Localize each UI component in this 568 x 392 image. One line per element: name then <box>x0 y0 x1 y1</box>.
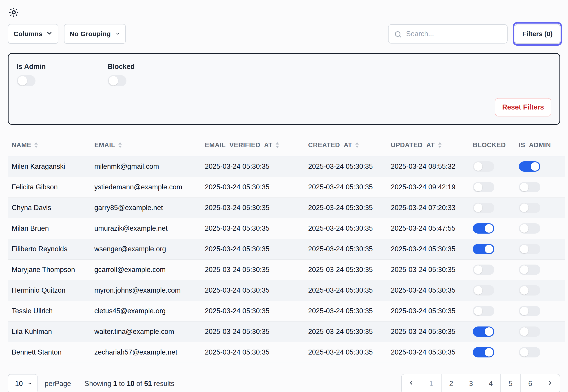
cell-email: walter.tina@example.com <box>90 321 201 342</box>
chevron-down-icon <box>28 380 32 388</box>
columns-dropdown-button[interactable]: Columns <box>8 24 58 44</box>
is-admin-toggle[interactable] <box>519 347 540 357</box>
cell-created_at: 2025-03-24 05:30:35 <box>304 259 387 280</box>
column-header-label: IS_ADMIN <box>519 141 551 149</box>
cell-email_verified_at: 2025-03-24 05:30:35 <box>201 342 304 363</box>
column-header-email[interactable]: EMAIL <box>90 134 201 156</box>
cell-blocked <box>469 321 515 342</box>
table-row: Filiberto Reynoldswsenger@example.org202… <box>8 239 565 259</box>
cell-is_admin <box>515 342 565 363</box>
cell-updated_at: 2025-03-24 05:47:55 <box>387 218 469 239</box>
blocked-toggle[interactable] <box>473 203 494 213</box>
grouping-selected-value: No Grouping <box>70 30 111 38</box>
chevron-right-icon <box>547 379 553 388</box>
is-admin-toggle[interactable] <box>519 265 540 275</box>
switch-knob <box>520 224 528 233</box>
cell-email: umurazik@example.net <box>90 218 201 239</box>
sort-icon <box>34 142 38 148</box>
is-admin-toggle[interactable] <box>519 161 540 172</box>
blocked-toggle[interactable] <box>473 265 494 275</box>
cell-created_at: 2025-03-24 05:30:35 <box>304 301 387 321</box>
blocked-toggle[interactable] <box>473 306 494 316</box>
column-header-email_verified_at[interactable]: EMAIL_VERIFIED_AT <box>201 134 304 156</box>
blocked-toggle[interactable] <box>473 326 494 337</box>
cell-email: milenmk@gmail.com <box>90 156 201 177</box>
is-admin-toggle[interactable] <box>519 306 540 316</box>
table-header-row: NAMEEMAILEMAIL_VERIFIED_ATCREATED_ATUPDA… <box>8 134 565 156</box>
cell-email: zechariah57@example.net <box>90 342 201 363</box>
switch-knob <box>520 286 528 295</box>
blocked-toggle[interactable] <box>473 347 494 357</box>
toolbar-right: Filters (0) <box>388 24 560 44</box>
column-header-label: UPDATED_AT <box>391 141 435 149</box>
page-button-4[interactable]: 4 <box>481 374 500 392</box>
cell-name: Maryjane Thompson <box>8 259 90 280</box>
column-header-is_admin: IS_ADMIN <box>515 134 565 156</box>
next-page-button[interactable] <box>540 374 560 392</box>
page-button-1[interactable]: 1 <box>421 374 441 392</box>
cell-is_admin <box>515 177 565 197</box>
admin-users-page: Columns No Grouping Filters (0) <box>0 0 568 392</box>
blocked-toggle[interactable] <box>473 161 494 172</box>
users-table: NAMEEMAILEMAIL_VERIFIED_ATCREATED_ATUPDA… <box>8 134 565 363</box>
cell-email: myron.johns@example.com <box>90 280 201 301</box>
reset-filters-button[interactable]: Reset Filters <box>495 98 551 116</box>
cell-created_at: 2025-03-24 05:30:35 <box>304 177 387 197</box>
pagination-bar: 10 perPage Showing 1 to 10 of 51 results <box>8 374 560 392</box>
is-admin-toggle[interactable] <box>519 244 540 254</box>
cell-email_verified_at: 2025-03-24 05:30:35 <box>201 280 304 301</box>
switch-knob <box>520 183 528 191</box>
per-page-select[interactable]: 10 <box>8 374 38 392</box>
page-button-2[interactable]: 2 <box>441 374 461 392</box>
cell-blocked <box>469 259 515 280</box>
chevron-left-icon <box>408 379 415 388</box>
cell-updated_at: 2025-03-24 05:30:35 <box>387 321 469 342</box>
cell-created_at: 2025-03-24 05:30:35 <box>304 218 387 239</box>
cell-is_admin <box>515 156 565 177</box>
switch-knob <box>520 307 528 315</box>
blocked-toggle[interactable] <box>473 223 494 234</box>
switch-knob <box>474 183 482 191</box>
cell-created_at: 2025-03-24 05:30:35 <box>304 156 387 177</box>
page-button-5[interactable]: 5 <box>500 374 520 392</box>
is-admin-filter-toggle[interactable] <box>17 75 35 86</box>
column-header-created_at[interactable]: CREATED_AT <box>304 134 387 156</box>
previous-page-button[interactable] <box>402 374 421 392</box>
top-bar <box>8 7 560 18</box>
is-admin-toggle[interactable] <box>519 203 540 213</box>
table-row: Tessie Ullrichcletus45@example.org2025-0… <box>8 301 565 321</box>
cell-name: Milen Karaganski <box>8 156 90 177</box>
column-header-label: EMAIL <box>94 141 115 149</box>
pager: 123456 <box>401 374 560 392</box>
column-header-name[interactable]: NAME <box>8 134 90 156</box>
table-row: Felicita Gibsonystiedemann@example.com20… <box>8 177 565 197</box>
is-admin-toggle[interactable] <box>519 326 540 337</box>
column-header-updated_at[interactable]: UPDATED_AT <box>387 134 469 156</box>
page-button-6[interactable]: 6 <box>520 374 540 392</box>
column-header-label: EMAIL_VERIFIED_AT <box>205 141 272 149</box>
theme-toggle-button[interactable] <box>8 7 20 18</box>
blocked-toggle[interactable] <box>473 182 494 192</box>
search-input[interactable] <box>406 30 500 38</box>
cell-is_admin <box>515 259 565 280</box>
is-admin-toggle[interactable] <box>519 285 540 295</box>
filters-button[interactable]: Filters (0) <box>515 24 560 44</box>
cell-created_at: 2025-03-24 05:30:35 <box>304 321 387 342</box>
blocked-toggle[interactable] <box>473 285 494 295</box>
blocked-filter-toggle[interactable] <box>108 75 126 86</box>
is-admin-toggle[interactable] <box>519 223 540 234</box>
sort-icon <box>276 142 279 148</box>
cell-email_verified_at: 2025-03-24 05:30:35 <box>201 321 304 342</box>
cell-is_admin <box>515 321 565 342</box>
is-admin-toggle[interactable] <box>519 182 540 192</box>
cell-created_at: 2025-03-24 05:30:35 <box>304 197 387 218</box>
cell-updated_at: 2025-03-24 05:30:35 <box>387 280 469 301</box>
grouping-select[interactable]: No Grouping <box>64 24 126 44</box>
results-summary: Showing 1 to 10 of 51 results <box>85 380 174 388</box>
cell-updated_at: 2025-03-24 05:30:35 <box>387 239 469 259</box>
cell-email_verified_at: 2025-03-24 05:30:35 <box>201 218 304 239</box>
cell-updated_at: 2025-03-24 05:30:35 <box>387 259 469 280</box>
page-button-3[interactable]: 3 <box>461 374 481 392</box>
blocked-toggle[interactable] <box>473 244 494 254</box>
table-row: Herminio Quitzonmyron.johns@example.com2… <box>8 280 565 301</box>
